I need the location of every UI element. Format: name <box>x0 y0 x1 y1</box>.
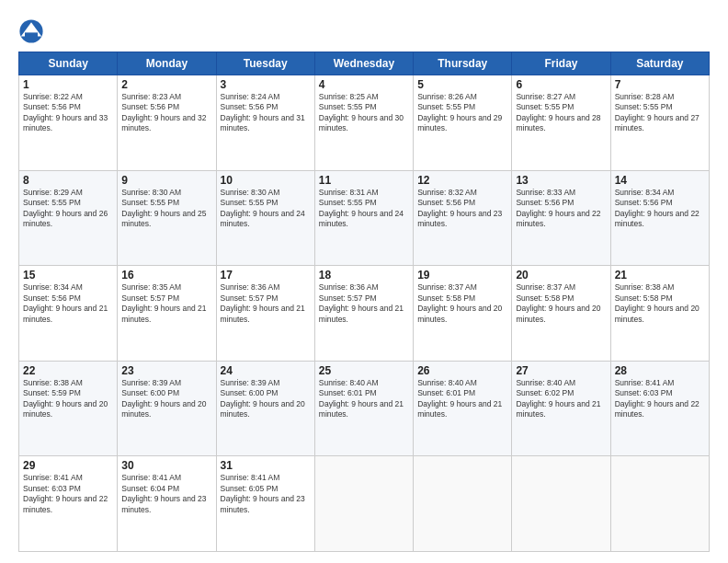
cell-info: Sunrise: 8:27 AMSunset: 5:55 PMDaylight:… <box>516 92 600 132</box>
calendar-table: SundayMondayTuesdayWednesdayThursdayFrid… <box>18 52 710 552</box>
cell-info: Sunrise: 8:28 AMSunset: 5:55 PMDaylight:… <box>615 92 700 132</box>
calendar-cell: 25 Sunrise: 8:40 AMSunset: 6:01 PMDaylig… <box>314 361 413 456</box>
day-number: 14 <box>615 174 705 187</box>
day-number: 20 <box>516 269 606 282</box>
calendar-cell: 6 Sunrise: 8:27 AMSunset: 5:55 PMDayligh… <box>512 75 610 171</box>
day-number: 25 <box>319 364 409 377</box>
cell-info: Sunrise: 8:30 AMSunset: 5:55 PMDaylight:… <box>221 188 305 228</box>
calendar-cell: 22 Sunrise: 8:38 AMSunset: 5:59 PMDaylig… <box>19 361 118 456</box>
day-number: 24 <box>221 364 311 377</box>
day-number: 6 <box>516 78 606 91</box>
cell-info: Sunrise: 8:41 AMSunset: 6:03 PMDaylight:… <box>23 473 108 513</box>
day-number: 11 <box>319 174 409 187</box>
calendar-cell: 30 Sunrise: 8:41 AMSunset: 6:04 PMDaylig… <box>118 456 216 552</box>
calendar-cell: 2 Sunrise: 8:23 AMSunset: 5:56 PMDayligh… <box>118 75 216 171</box>
day-number: 8 <box>23 174 113 187</box>
calendar-cell: 12 Sunrise: 8:32 AMSunset: 5:56 PMDaylig… <box>414 170 512 266</box>
day-number: 22 <box>23 364 113 377</box>
cell-info: Sunrise: 8:40 AMSunset: 6:01 PMDaylight:… <box>319 378 404 419</box>
header <box>18 15 710 44</box>
day-number: 12 <box>417 174 507 187</box>
weekday-header-row: SundayMondayTuesdayWednesdayThursdayFrid… <box>19 52 710 75</box>
weekday-header-friday: Friday <box>512 52 610 75</box>
cell-info: Sunrise: 8:32 AMSunset: 5:56 PMDaylight:… <box>417 188 502 228</box>
cell-info: Sunrise: 8:22 AMSunset: 5:56 PMDaylight:… <box>23 92 108 132</box>
day-number: 21 <box>615 269 705 282</box>
day-number: 31 <box>221 459 311 472</box>
cell-info: Sunrise: 8:40 AMSunset: 6:02 PMDaylight:… <box>516 378 600 419</box>
cell-info: Sunrise: 8:37 AMSunset: 5:58 PMDaylight:… <box>417 282 502 323</box>
cell-info: Sunrise: 8:23 AMSunset: 5:56 PMDaylight:… <box>121 92 206 132</box>
weekday-header-tuesday: Tuesday <box>216 52 314 75</box>
cell-info: Sunrise: 8:30 AMSunset: 5:55 PMDaylight:… <box>121 188 206 228</box>
cell-info: Sunrise: 8:29 AMSunset: 5:55 PMDaylight:… <box>23 188 108 228</box>
day-number: 28 <box>615 364 705 377</box>
calendar-cell: 16 Sunrise: 8:35 AMSunset: 5:57 PMDaylig… <box>118 266 216 362</box>
weekday-header-saturday: Saturday <box>610 52 709 75</box>
day-number: 4 <box>319 78 409 91</box>
cell-info: Sunrise: 8:39 AMSunset: 6:00 PMDaylight:… <box>121 378 206 419</box>
cell-info: Sunrise: 8:39 AMSunset: 6:00 PMDaylight:… <box>221 378 305 419</box>
calendar-cell <box>314 456 413 552</box>
day-number: 19 <box>417 269 507 282</box>
calendar-week-4: 22 Sunrise: 8:38 AMSunset: 5:59 PMDaylig… <box>19 361 710 456</box>
calendar-cell: 17 Sunrise: 8:36 AMSunset: 5:57 PMDaylig… <box>216 266 314 362</box>
cell-info: Sunrise: 8:40 AMSunset: 6:01 PMDaylight:… <box>417 378 502 419</box>
calendar-cell: 9 Sunrise: 8:30 AMSunset: 5:55 PMDayligh… <box>118 170 216 266</box>
calendar-cell: 31 Sunrise: 8:41 AMSunset: 6:05 PMDaylig… <box>216 456 314 552</box>
cell-info: Sunrise: 8:34 AMSunset: 5:56 PMDaylight:… <box>615 188 700 228</box>
logo <box>18 18 48 44</box>
calendar-cell: 3 Sunrise: 8:24 AMSunset: 5:56 PMDayligh… <box>216 75 314 171</box>
page: SundayMondayTuesdayWednesdayThursdayFrid… <box>0 0 728 563</box>
calendar-cell: 7 Sunrise: 8:28 AMSunset: 5:55 PMDayligh… <box>610 75 709 171</box>
day-number: 3 <box>221 78 311 91</box>
cell-info: Sunrise: 8:36 AMSunset: 5:57 PMDaylight:… <box>319 282 404 323</box>
cell-info: Sunrise: 8:26 AMSunset: 5:55 PMDaylight:… <box>417 92 502 132</box>
day-number: 16 <box>121 269 211 282</box>
cell-info: Sunrise: 8:37 AMSunset: 5:58 PMDaylight:… <box>516 282 600 323</box>
calendar-cell: 8 Sunrise: 8:29 AMSunset: 5:55 PMDayligh… <box>19 170 118 266</box>
cell-info: Sunrise: 8:24 AMSunset: 5:56 PMDaylight:… <box>221 92 305 132</box>
calendar-week-2: 8 Sunrise: 8:29 AMSunset: 5:55 PMDayligh… <box>19 170 710 266</box>
cell-info: Sunrise: 8:38 AMSunset: 5:59 PMDaylight:… <box>23 378 108 419</box>
svg-rect-2 <box>25 32 38 38</box>
calendar-cell: 11 Sunrise: 8:31 AMSunset: 5:55 PMDaylig… <box>314 170 413 266</box>
cell-info: Sunrise: 8:34 AMSunset: 5:56 PMDaylight:… <box>23 282 108 323</box>
day-number: 18 <box>319 269 409 282</box>
calendar-cell: 24 Sunrise: 8:39 AMSunset: 6:00 PMDaylig… <box>216 361 314 456</box>
calendar-cell <box>414 456 512 552</box>
calendar-cell: 20 Sunrise: 8:37 AMSunset: 5:58 PMDaylig… <box>512 266 610 362</box>
day-number: 10 <box>221 174 311 187</box>
day-number: 27 <box>516 364 606 377</box>
day-number: 15 <box>23 269 113 282</box>
calendar-cell: 5 Sunrise: 8:26 AMSunset: 5:55 PMDayligh… <box>414 75 512 171</box>
calendar-body: 1 Sunrise: 8:22 AMSunset: 5:56 PMDayligh… <box>19 75 710 552</box>
weekday-header-wednesday: Wednesday <box>314 52 413 75</box>
calendar-cell: 10 Sunrise: 8:30 AMSunset: 5:55 PMDaylig… <box>216 170 314 266</box>
day-number: 26 <box>417 364 507 377</box>
cell-info: Sunrise: 8:35 AMSunset: 5:57 PMDaylight:… <box>121 282 206 323</box>
day-number: 7 <box>615 78 705 91</box>
calendar-cell: 26 Sunrise: 8:40 AMSunset: 6:01 PMDaylig… <box>414 361 512 456</box>
calendar-header: SundayMondayTuesdayWednesdayThursdayFrid… <box>19 52 710 75</box>
calendar-cell: 21 Sunrise: 8:38 AMSunset: 5:58 PMDaylig… <box>610 266 709 362</box>
calendar-cell <box>512 456 610 552</box>
calendar-cell: 4 Sunrise: 8:25 AMSunset: 5:55 PMDayligh… <box>314 75 413 171</box>
calendar-week-3: 15 Sunrise: 8:34 AMSunset: 5:56 PMDaylig… <box>19 266 710 362</box>
calendar-cell <box>610 456 709 552</box>
cell-info: Sunrise: 8:36 AMSunset: 5:57 PMDaylight:… <box>221 282 305 323</box>
weekday-header-monday: Monday <box>118 52 216 75</box>
calendar-cell: 13 Sunrise: 8:33 AMSunset: 5:56 PMDaylig… <box>512 170 610 266</box>
day-number: 23 <box>121 364 211 377</box>
weekday-header-thursday: Thursday <box>414 52 512 75</box>
cell-info: Sunrise: 8:38 AMSunset: 5:58 PMDaylight:… <box>615 282 700 323</box>
day-number: 5 <box>417 78 507 91</box>
calendar-cell: 29 Sunrise: 8:41 AMSunset: 6:03 PMDaylig… <box>19 456 118 552</box>
cell-info: Sunrise: 8:33 AMSunset: 5:56 PMDaylight:… <box>516 188 600 228</box>
calendar-week-5: 29 Sunrise: 8:41 AMSunset: 6:03 PMDaylig… <box>19 456 710 552</box>
day-number: 1 <box>23 78 113 91</box>
cell-info: Sunrise: 8:41 AMSunset: 6:05 PMDaylight:… <box>221 473 305 513</box>
calendar-cell: 1 Sunrise: 8:22 AMSunset: 5:56 PMDayligh… <box>19 75 118 171</box>
logo-icon <box>18 18 44 44</box>
calendar-cell: 14 Sunrise: 8:34 AMSunset: 5:56 PMDaylig… <box>610 170 709 266</box>
